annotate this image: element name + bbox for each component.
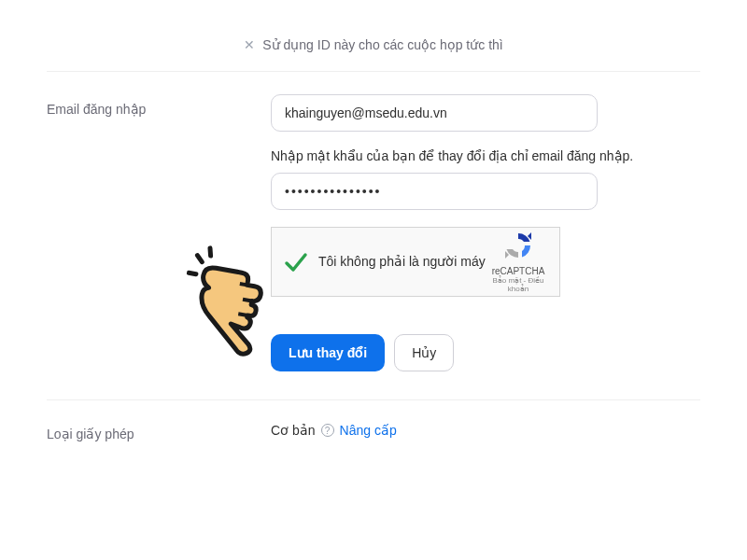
cancel-button[interactable]: Hủy xyxy=(394,334,454,371)
pointing-hand-icon xyxy=(173,239,303,369)
password-field-wrapper xyxy=(271,173,598,210)
instant-meeting-row: ✕ Sử dụng ID này cho các cuộc họp tức th… xyxy=(47,0,700,72)
license-label: Loại giấy phép xyxy=(47,419,271,441)
upgrade-link[interactable]: Nâng cấp xyxy=(340,423,397,438)
login-email-section: Email đăng nhập Nhập mật khẩu của bạn để… xyxy=(47,72,700,390)
recaptcha-terms: Bảo mật - Điều khoản xyxy=(488,276,548,293)
password-input[interactable] xyxy=(285,184,584,199)
instant-meeting-text: Sử dụng ID này cho các cuộc họp tức thì xyxy=(262,37,502,52)
recaptcha-name: reCAPTCHA xyxy=(488,266,548,276)
license-value: Cơ bản xyxy=(271,423,316,438)
license-section: Loại giấy phép Cơ bản ? Nâng cấp xyxy=(47,399,700,460)
license-content: Cơ bản ? Nâng cấp xyxy=(271,419,700,441)
recaptcha-text: Tôi không phải là người máy xyxy=(318,253,488,270)
recaptcha-widget[interactable]: Tôi không phải là người máy reCAPTCHA Bả… xyxy=(271,227,560,297)
password-helper-text: Nhập mật khẩu của bạn để thay đổi địa ch… xyxy=(271,148,700,163)
button-row: Lưu thay đổi Hủy xyxy=(271,334,700,371)
email-input[interactable] xyxy=(285,105,584,120)
recaptcha-logo-icon xyxy=(503,231,533,260)
login-email-content: Nhập mật khẩu của bạn để thay đổi địa ch… xyxy=(271,94,700,371)
close-icon[interactable]: ✕ xyxy=(244,37,255,52)
recaptcha-brand: reCAPTCHA Bảo mật - Điều khoản xyxy=(488,231,548,293)
email-field-wrapper xyxy=(271,94,598,132)
help-icon[interactable]: ? xyxy=(321,424,334,437)
